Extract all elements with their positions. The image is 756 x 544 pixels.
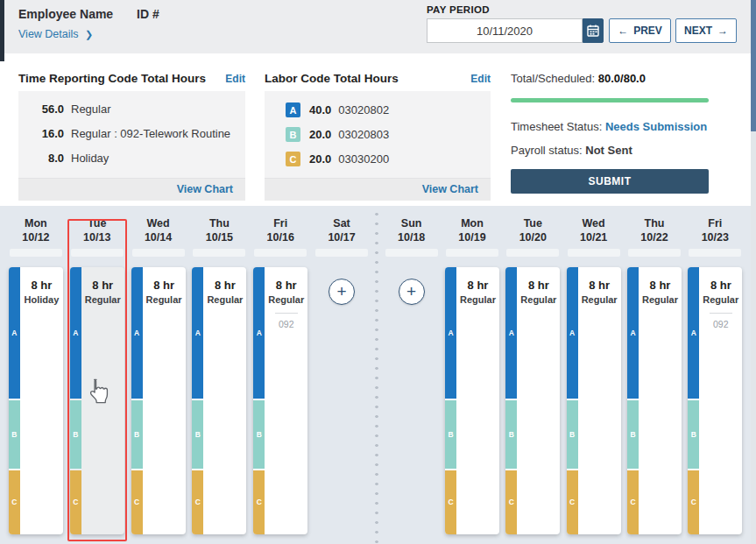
day-card-selected[interactable]: A B C 8 hr Regular	[70, 267, 124, 534]
labor-bar: A B C	[567, 267, 578, 534]
labor-code-badge-a: A	[286, 102, 300, 117]
payroll-status-value: Not Sent	[585, 144, 632, 157]
day-header-strip	[71, 249, 124, 257]
labor-code-panel: A 40.0 03020802 B 20.0 03020803 C 20.0 0…	[265, 91, 491, 201]
day-card[interactable]: A B C 8 hr Regular 092	[688, 267, 742, 534]
day-date: 10/20	[519, 230, 547, 244]
add-entry-button[interactable]: +	[329, 279, 355, 305]
day-column-fri-1023: Fri 10/23 A B C 8 hr Regular	[685, 206, 745, 544]
day-of-week: Fri	[702, 216, 729, 230]
card-hours: 8 hr	[699, 279, 742, 292]
labor-bar: A B C	[445, 267, 456, 534]
labor-bar: A B C	[70, 267, 81, 534]
day-date: 10/13	[83, 230, 110, 244]
day-card[interactable]: A B C 8 hr Regular	[627, 267, 682, 534]
card-type: Regular	[81, 294, 124, 305]
time-reporting-title: Time Reporting Code Total Hours	[18, 72, 206, 85]
time-reporting-view-chart-link[interactable]: View Chart	[18, 178, 245, 201]
vertical-scrollbar[interactable]	[751, 0, 756, 544]
card-divider	[275, 313, 298, 314]
hours-value: 16.0	[31, 127, 64, 140]
submit-button[interactable]: SUBMIT	[511, 169, 709, 194]
labor-bar: A B C	[9, 267, 20, 534]
pay-period-label: PAY PERIOD	[427, 4, 490, 15]
day-card[interactable]: A B C 8 hr Regular	[445, 267, 499, 534]
card-hours: 8 hr	[517, 279, 560, 292]
day-header-strip	[506, 249, 559, 257]
day-header-strip	[10, 249, 62, 257]
day-of-week: Wed	[580, 216, 607, 230]
card-hours: 8 hr	[203, 279, 246, 292]
scrollbar-thumb[interactable]	[751, 0, 756, 131]
segment-a: A	[192, 267, 203, 399]
prev-label: PREV	[633, 25, 662, 37]
time-reporting-edit-link[interactable]: Edit	[225, 73, 245, 85]
day-card[interactable]: A B C 8 hr Holiday	[9, 267, 63, 534]
day-of-week: Mon	[22, 216, 49, 230]
timesheet-status-label: Timesheet Status:	[511, 120, 602, 133]
day-column-sat-1017: Sat 10/17 +	[311, 206, 372, 544]
day-of-week: Wed	[145, 216, 172, 230]
segment-c: C	[505, 470, 517, 534]
day-date: 10/23	[702, 230, 729, 244]
segment-b: B	[70, 400, 81, 468]
day-date: 10/21	[580, 230, 607, 244]
card-hours: 8 hr	[81, 279, 124, 292]
day-card[interactable]: A B C 8 hr Regular	[192, 267, 246, 534]
segment-a: A	[688, 267, 699, 399]
card-type: Regular	[578, 294, 621, 305]
day-header-strip	[446, 249, 498, 257]
labor-bar: A B C	[192, 267, 203, 534]
card-hours: 8 hr	[578, 279, 621, 292]
total-scheduled-value: 80.0/80.0	[598, 72, 646, 85]
day-date: 10/19	[458, 230, 485, 244]
calendar-icon	[586, 24, 600, 38]
day-card[interactable]: A B C 8 hr Regular	[505, 267, 560, 534]
time-reporting-header: Time Reporting Code Total Hours Edit	[18, 72, 245, 85]
day-card[interactable]: A B C 8 hr Regular	[131, 267, 186, 534]
hours-value: 20.0	[309, 128, 331, 141]
day-header-strip	[385, 249, 438, 257]
status-panel: Total/Scheduled: 80.0/80.0 Timesheet Sta…	[511, 72, 709, 194]
add-entry-button[interactable]: +	[399, 279, 425, 305]
segment-a: A	[627, 267, 639, 399]
view-details-link[interactable]: View Details ❯	[18, 28, 93, 40]
labor-code-number: 03030200	[338, 152, 389, 166]
day-header-strip	[193, 249, 245, 257]
day-column-wed-1014: Wed 10/14 A B C 8 hr Regular	[128, 206, 189, 544]
labor-bar: A B C	[505, 267, 517, 534]
day-date: 10/15	[206, 230, 233, 244]
labor-code-view-chart-link[interactable]: View Chart	[265, 178, 491, 201]
card-type: Regular	[203, 294, 246, 305]
right-arrow-icon: →	[717, 25, 728, 37]
employee-id: ID #	[137, 7, 159, 21]
pay-period-date-input[interactable]	[427, 18, 583, 43]
card-type: Regular	[639, 294, 682, 305]
segment-b: B	[505, 400, 517, 468]
segment-b: B	[445, 400, 456, 468]
card-type: Holiday	[20, 294, 63, 305]
day-column-tue-1020: Tue 10/20 A B C 8 hr Regular	[503, 206, 563, 544]
calendar-picker-button[interactable]	[583, 18, 604, 43]
code-label: Holiday	[71, 152, 109, 165]
labor-code-row: C 20.0 03030200	[277, 152, 478, 166]
prev-period-button[interactable]: ← PREV	[609, 18, 671, 43]
day-of-week: Thu	[206, 216, 233, 230]
labor-code-edit-link[interactable]: Edit	[470, 73, 491, 85]
card-type: Regular	[699, 294, 742, 305]
day-of-week: Tue	[519, 216, 547, 230]
day-of-week: Thu	[640, 216, 668, 230]
hours-value: 20.0	[309, 152, 331, 166]
labor-code-row: A 40.0 03020802	[277, 102, 478, 117]
labor-code-badge-c: C	[286, 152, 300, 166]
day-date: 10/12	[22, 230, 49, 244]
card-divider	[710, 313, 732, 314]
segment-c: C	[192, 470, 203, 534]
time-reporting-row: 16.0 Regular : 092-Telework Routine	[31, 127, 233, 140]
segment-b: B	[688, 400, 699, 468]
day-card[interactable]: A B C 8 hr Regular	[567, 267, 621, 534]
left-arrow-icon: ←	[618, 25, 628, 37]
next-period-button[interactable]: NEXT →	[675, 18, 737, 43]
day-column-sun-1018: Sun 10/18 +	[381, 206, 442, 544]
day-card[interactable]: A B C 8 hr Regular 092	[253, 267, 307, 534]
